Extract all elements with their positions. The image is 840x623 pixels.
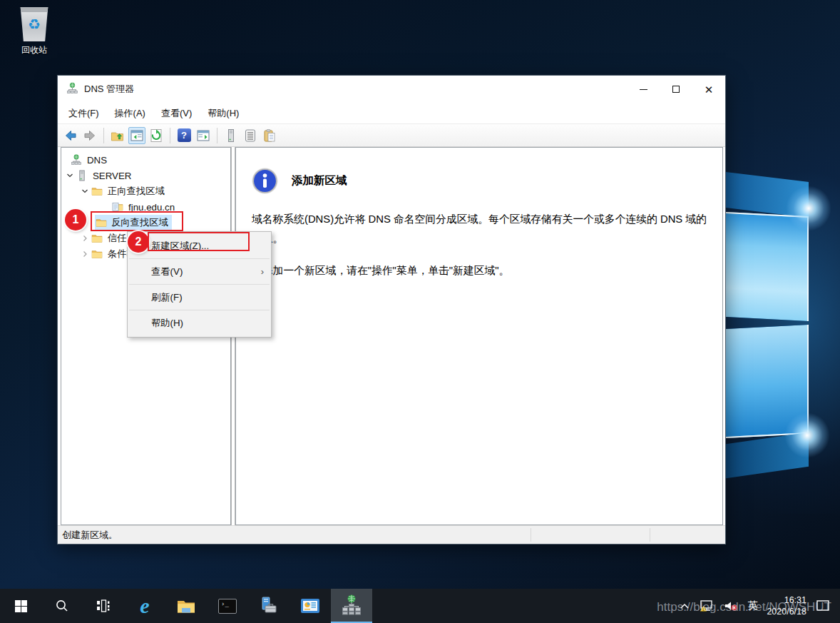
recycle-bin-shortcut[interactable]: ♻ 回收站 — [11, 7, 57, 56]
dns-manager-taskbar-button[interactable] — [331, 589, 372, 623]
dns-root-icon — [71, 154, 83, 166]
title-bar[interactable]: DNS 管理器 ✕ — [58, 76, 725, 103]
detail-paragraph: 要添加一个新区域，请在"操作"菜单，单击"新建区域"。 — [252, 261, 708, 280]
toolbar-separator — [170, 128, 170, 143]
admin-console-icon — [300, 598, 320, 614]
detail-heading: 添加新区域 — [292, 173, 347, 188]
admin-console-button[interactable] — [290, 589, 331, 623]
context-menu-item-view[interactable]: 查看(V) › — [128, 260, 271, 283]
menu-action[interactable]: 操作(A) — [107, 104, 153, 123]
start-icon — [15, 600, 27, 612]
command-prompt-button[interactable]: ›_ — [207, 589, 248, 623]
tree-item-label: DNS — [87, 155, 107, 166]
minimize-icon — [640, 89, 647, 90]
tree-item-server[interactable]: SERVER — [61, 168, 230, 183]
chevron-collapsed-icon[interactable] — [81, 250, 89, 258]
tree-item-reverse-lookup-zones[interactable]: 反向查找区域 — [61, 215, 230, 231]
zone-icon — [112, 201, 124, 213]
svg-text:!: ! — [703, 607, 705, 612]
show-console-tree-icon[interactable] — [128, 127, 145, 144]
tray-clock[interactable]: 16:31 2020/6/18 — [767, 594, 806, 618]
list-icon[interactable] — [242, 127, 259, 144]
export-list-icon[interactable] — [261, 127, 278, 144]
task-view-button[interactable] — [83, 589, 124, 623]
status-text: 创建新区域。 — [62, 529, 118, 542]
back-icon[interactable] — [62, 127, 79, 144]
wallpaper-hero — [719, 0, 840, 623]
tree-item-label: SERVER — [93, 171, 131, 181]
chevron-expanded-icon[interactable] — [66, 171, 74, 180]
menu-bar: 文件(F) 操作(A) 查看(V) 帮助(H) — [58, 103, 725, 123]
maximize-icon — [672, 86, 680, 93]
server-icon[interactable] — [222, 127, 240, 144]
chevron-expanded-icon[interactable] — [81, 187, 89, 196]
window-title: DNS 管理器 — [84, 83, 134, 96]
tray-chevron-up-icon[interactable] — [680, 602, 690, 609]
up-one-level-icon[interactable] — [109, 127, 126, 144]
tray-time: 16:31 — [767, 594, 806, 606]
show-action-pane-icon[interactable] — [195, 127, 212, 144]
detail-pane: 添加新区域 域名称系统(DNS)允许将 DNS 命名空间分成区域。每个区域存储有… — [235, 147, 723, 525]
task-view-icon — [96, 599, 111, 612]
tree-item-zone-fjnu[interactable]: fjnu.edu.cn — [61, 199, 230, 215]
ime-language-indicator[interactable]: 英 — [747, 599, 757, 612]
file-explorer-button[interactable] — [165, 589, 207, 623]
status-bar: 创建新区域。 — [58, 525, 725, 544]
menu-item-label: 查看(V) — [151, 265, 183, 278]
close-icon: ✕ — [705, 84, 714, 95]
status-separator — [531, 528, 531, 542]
context-menu-item-new-zone[interactable]: 新建区域(Z)... — [128, 234, 271, 258]
maximize-button[interactable] — [660, 76, 692, 103]
info-icon — [252, 168, 278, 194]
status-separator — [650, 528, 650, 542]
search-button[interactable] — [41, 589, 83, 623]
wallpaper-glow-dot — [786, 186, 831, 231]
command-prompt-icon: ›_ — [218, 599, 237, 614]
internet-explorer-button[interactable]: e — [124, 589, 165, 623]
tree-item-forward-lookup-zones[interactable]: 正向查找区域 — [61, 183, 230, 199]
dns-manager-icon — [342, 594, 362, 616]
detail-paragraph: 域名称系统(DNS)允许将 DNS 命名空间分成区域。每个区域存储有关一个或多个… — [252, 210, 708, 249]
menu-separator — [129, 258, 270, 259]
close-button[interactable]: ✕ — [692, 76, 725, 103]
context-menu-item-help[interactable]: 帮助(H) — [128, 311, 271, 335]
dns-app-icon — [66, 82, 78, 97]
tree-item-dns-root[interactable]: DNS — [61, 152, 230, 168]
menu-view[interactable]: 查看(V) — [153, 104, 200, 123]
toolbar-separator — [217, 128, 217, 143]
wallpaper-glow-dot — [784, 412, 830, 458]
file-explorer-icon — [177, 599, 195, 614]
help-icon[interactable]: ? — [175, 127, 193, 144]
minimize-button[interactable] — [627, 76, 660, 103]
folder-icon — [91, 233, 103, 244]
action-center-icon[interactable] — [816, 599, 830, 612]
tree-selection-highlight: 反向查找区域 — [95, 215, 172, 231]
toolbar: ? — [58, 123, 725, 147]
network-warning-icon[interactable]: ! — [699, 599, 714, 612]
folder-icon — [91, 186, 103, 197]
internet-explorer-icon: e — [140, 594, 149, 618]
tray-date: 2020/6/18 — [767, 606, 806, 617]
menu-separator — [129, 310, 270, 310]
server-manager-icon — [260, 597, 278, 615]
context-menu: 新建区域(Z)... 查看(V) › 刷新(F) 帮助(H) — [127, 231, 272, 338]
recycle-bin-icon: ♻ — [19, 7, 49, 41]
volume-muted-icon[interactable] — [724, 600, 738, 612]
start-button[interactable] — [0, 589, 41, 623]
context-menu-item-refresh[interactable]: 刷新(F) — [128, 285, 271, 309]
folder-icon — [91, 248, 103, 260]
system-tray: ! 英 16:31 2020/6/18 — [680, 589, 840, 623]
chevron-collapsed-icon[interactable] — [81, 234, 89, 243]
server-icon — [76, 170, 88, 181]
tree-item-label: fjnu.edu.cn — [128, 202, 175, 213]
refresh-icon[interactable] — [148, 127, 165, 144]
taskbar: e ›_ ! 英 16:31 2020/6/18 — [0, 589, 840, 623]
submenu-arrow-icon: › — [261, 266, 264, 277]
menu-help[interactable]: 帮助(H) — [200, 104, 247, 123]
menu-file[interactable]: 文件(F) — [61, 104, 107, 123]
toolbar-separator — [103, 128, 104, 143]
server-manager-button[interactable] — [248, 589, 290, 623]
menu-separator — [129, 284, 270, 285]
recycle-bin-label: 回收站 — [11, 44, 57, 56]
forward-icon[interactable] — [81, 127, 98, 144]
